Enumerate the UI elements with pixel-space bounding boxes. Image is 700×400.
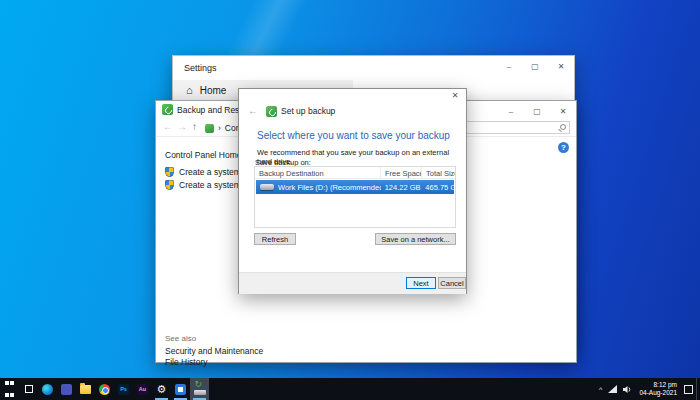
show-desktop-button[interactable] (696, 378, 700, 400)
dialog-heading: Select where you want to save your backu… (257, 130, 450, 141)
audition-icon[interactable]: Au (133, 378, 152, 400)
taskbar: Ps Au ⚙ ↻ ^ 8:12 pm 04-Aug-2021 (0, 378, 700, 400)
network-icon[interactable] (605, 378, 620, 400)
notification-center-icon[interactable] (681, 378, 696, 400)
system-tray: ^ 8:12 pm 04-Aug-2021 (596, 378, 700, 400)
control-panel-home-link[interactable]: Control Panel Home (165, 150, 242, 160)
dialog-header: ← Set up backup (239, 102, 466, 121)
up-icon[interactable]: ↑ (192, 121, 197, 132)
close-icon[interactable]: ✕ (548, 56, 574, 76)
column-backup-destination[interactable]: Backup Destination (255, 167, 381, 178)
maximize-icon[interactable]: ▢ (522, 56, 548, 76)
dialog-title: Set up backup (281, 106, 335, 116)
teams-icon[interactable] (57, 378, 76, 400)
search-icon (560, 124, 566, 130)
blue-app-icon[interactable] (171, 378, 190, 400)
edge-icon[interactable] (38, 378, 57, 400)
search-input[interactable] (458, 121, 570, 134)
refresh-button[interactable]: Refresh (254, 233, 296, 245)
backup-destination-table: Backup Destination Free Space Total Size… (254, 166, 456, 228)
see-also-heading: See also (165, 334, 196, 343)
column-total-size[interactable]: Total Size (422, 167, 455, 178)
clock-time: 8:12 pm (654, 381, 678, 389)
settings-window-title: Settings (184, 63, 217, 73)
backup-restore-taskbar-icon[interactable]: ↻ (190, 378, 209, 400)
cancel-button[interactable]: Cancel (438, 277, 466, 289)
table-row-selected[interactable]: Work Files (D:) (Recommended) 124.22 GB … (256, 180, 454, 194)
chrome-icon[interactable] (95, 378, 114, 400)
settings-titlebar[interactable]: Settings – ▢ ✕ (173, 56, 574, 80)
control-panel-icon (205, 124, 214, 133)
dialog-titlebar[interactable]: ✕ (239, 89, 466, 103)
destination-free-space: 124.22 GB (381, 183, 422, 192)
clock-date: 04-Aug-2021 (639, 389, 677, 397)
forward-icon[interactable]: → (177, 121, 187, 132)
next-button[interactable]: Next (406, 277, 436, 289)
close-icon[interactable]: ✕ (444, 89, 466, 102)
breadcrumb-separator: › (218, 123, 221, 133)
volume-icon[interactable] (620, 378, 635, 400)
task-view-button[interactable] (19, 378, 38, 400)
table-header-row: Backup Destination Free Space Total Size (255, 167, 455, 179)
backup-icon (266, 106, 277, 117)
drive-icon (260, 184, 274, 190)
show-hidden-icons-chevron[interactable]: ^ (596, 378, 605, 400)
file-explorer-icon[interactable] (76, 378, 95, 400)
setup-backup-dialog: ✕ ← Set up backup Select where you want … (238, 88, 467, 294)
desktop: Settings – ▢ ✕ ⌂ Home Backup Backup and … (0, 0, 700, 400)
back-icon[interactable]: ← (163, 121, 173, 132)
uac-shield-icon (165, 167, 174, 177)
home-label: Home (200, 85, 227, 96)
file-history-link[interactable]: File History (165, 357, 208, 367)
photoshop-icon[interactable]: Ps (114, 378, 133, 400)
back-icon[interactable]: ← (248, 105, 258, 116)
minimize-icon[interactable]: – (496, 56, 522, 76)
destination-total-size: 465.75 GB (421, 183, 454, 192)
home-icon: ⌂ (186, 84, 193, 96)
settings-gear-icon[interactable]: ⚙ (152, 378, 171, 400)
column-free-space[interactable]: Free Space (381, 167, 422, 178)
taskbar-clock[interactable]: 8:12 pm 04-Aug-2021 (635, 381, 681, 397)
sidebar-item-home[interactable]: ⌂ Home (186, 84, 226, 96)
start-button[interactable] (0, 378, 19, 400)
uac-shield-icon (165, 180, 174, 190)
security-maintenance-link[interactable]: Security and Maintenance (165, 346, 263, 356)
destination-name: Work Files (D:) (Recommended) (278, 183, 381, 192)
save-on-network-button[interactable]: Save on a network... (375, 233, 456, 245)
help-icon[interactable]: ? (558, 142, 569, 153)
backup-restore-app-icon (162, 104, 173, 115)
